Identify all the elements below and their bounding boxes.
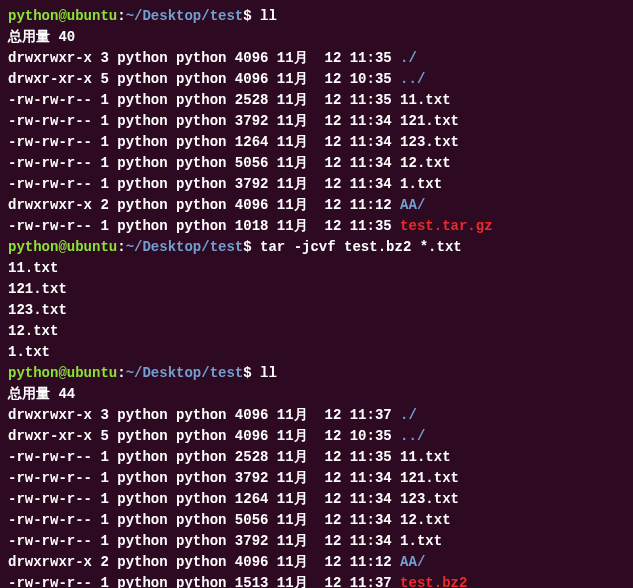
- file-size: 4096: [226, 71, 268, 87]
- file-owner: python: [109, 470, 168, 486]
- file-perms: drwxrwxr-x: [8, 407, 92, 423]
- file-time: 11:37: [341, 575, 391, 588]
- file-links: 3: [92, 407, 109, 423]
- file-month: 11月: [268, 50, 307, 66]
- file-links: 2: [92, 197, 109, 213]
- file-name: 11.txt: [392, 92, 451, 108]
- listing2-row: -rw-rw-r-- 1 python python 1264 11月 12 1…: [8, 489, 625, 510]
- file-links: 1: [92, 176, 109, 192]
- file-day: 12: [308, 449, 342, 465]
- file-time: 11:35: [341, 449, 391, 465]
- file-group: python: [168, 113, 227, 129]
- file-perms: -rw-rw-r--: [8, 533, 92, 549]
- file-group: python: [168, 50, 227, 66]
- file-size: 5056: [226, 512, 268, 528]
- file-owner: python: [109, 134, 168, 150]
- file-day: 12: [308, 218, 342, 234]
- file-owner: python: [109, 449, 168, 465]
- file-name: 121.txt: [392, 113, 459, 129]
- file-group: python: [168, 449, 227, 465]
- prompt-dollar: $: [243, 8, 251, 24]
- file-time: 11:34: [341, 155, 391, 171]
- file-owner: python: [109, 197, 168, 213]
- file-size: 5056: [226, 155, 268, 171]
- listing2-row: drwxrwxr-x 3 python python 4096 11月 12 1…: [8, 405, 625, 426]
- command-3: ll: [252, 365, 277, 381]
- command-2: tar -jcvf test.bz2 *.txt: [252, 239, 462, 255]
- file-size: 2528: [226, 449, 268, 465]
- file-group: python: [168, 512, 227, 528]
- file-month: 11月: [268, 176, 307, 192]
- listing2-row: -rw-rw-r-- 1 python python 5056 11月 12 1…: [8, 510, 625, 531]
- prompt-line-2: python@ubuntu:~/Desktop/test$ tar -jcvf …: [8, 237, 625, 258]
- file-links: 5: [92, 71, 109, 87]
- listing2-row: drwxrwxr-x 2 python python 4096 11月 12 1…: [8, 552, 625, 573]
- file-size: 4096: [226, 50, 268, 66]
- file-size: 2528: [226, 92, 268, 108]
- file-perms: -rw-rw-r--: [8, 176, 92, 192]
- file-size: 1018: [226, 218, 268, 234]
- file-links: 1: [92, 512, 109, 528]
- file-perms: -rw-rw-r--: [8, 575, 92, 588]
- file-time: 11:34: [341, 491, 391, 507]
- prompt-userhost: python@ubuntu: [8, 8, 117, 24]
- listing2-row: drwxr-xr-x 5 python python 4096 11月 12 1…: [8, 426, 625, 447]
- listing1-row: drwxrwxr-x 2 python python 4096 11月 12 1…: [8, 195, 625, 216]
- tar-output-line: 123.txt: [8, 300, 625, 321]
- prompt-dollar: $: [243, 239, 251, 255]
- terminal-output[interactable]: python@ubuntu:~/Desktop/test$ ll总用量 40dr…: [8, 6, 625, 588]
- file-time: 11:12: [341, 197, 391, 213]
- file-time: 10:35: [341, 428, 391, 444]
- file-month: 11月: [268, 92, 307, 108]
- file-time: 11:34: [341, 533, 391, 549]
- file-time: 11:35: [341, 218, 391, 234]
- file-group: python: [168, 155, 227, 171]
- file-perms: drwxr-xr-x: [8, 71, 92, 87]
- listing1-total: 总用量 40: [8, 27, 625, 48]
- file-group: python: [168, 533, 227, 549]
- file-group: python: [168, 71, 227, 87]
- file-group: python: [168, 134, 227, 150]
- file-group: python: [168, 407, 227, 423]
- file-day: 12: [308, 554, 342, 570]
- listing2-row: -rw-rw-r-- 1 python python 3792 11月 12 1…: [8, 531, 625, 552]
- file-month: 11月: [268, 533, 307, 549]
- file-name: 123.txt: [392, 134, 459, 150]
- listing1-row: -rw-rw-r-- 1 python python 3792 11月 12 1…: [8, 111, 625, 132]
- file-name: AA/: [392, 197, 426, 213]
- file-month: 11月: [268, 407, 307, 423]
- file-perms: -rw-rw-r--: [8, 512, 92, 528]
- prompt-line-3: python@ubuntu:~/Desktop/test$ ll: [8, 363, 625, 384]
- file-perms: -rw-rw-r--: [8, 155, 92, 171]
- file-perms: -rw-rw-r--: [8, 491, 92, 507]
- listing1-row: drwxrwxr-x 3 python python 4096 11月 12 1…: [8, 48, 625, 69]
- prompt-colon: :: [117, 8, 125, 24]
- listing2-row: -rw-rw-r-- 1 python python 1513 11月 12 1…: [8, 573, 625, 588]
- file-perms: drwxrwxr-x: [8, 554, 92, 570]
- file-links: 1: [92, 470, 109, 486]
- file-owner: python: [109, 113, 168, 129]
- file-owner: python: [109, 575, 168, 588]
- file-name: test.tar.gz: [392, 218, 493, 234]
- file-month: 11月: [268, 113, 307, 129]
- file-size: 4096: [226, 197, 268, 213]
- file-group: python: [168, 92, 227, 108]
- file-perms: drwxr-xr-x: [8, 428, 92, 444]
- file-owner: python: [109, 554, 168, 570]
- file-group: python: [168, 197, 227, 213]
- file-size: 4096: [226, 407, 268, 423]
- file-day: 12: [308, 71, 342, 87]
- file-name: 12.txt: [392, 155, 451, 171]
- file-size: 1513: [226, 575, 268, 588]
- file-time: 11:34: [341, 134, 391, 150]
- listing2-row: -rw-rw-r-- 1 python python 2528 11月 12 1…: [8, 447, 625, 468]
- file-month: 11月: [268, 134, 307, 150]
- file-day: 12: [308, 533, 342, 549]
- file-day: 12: [308, 50, 342, 66]
- file-perms: -rw-rw-r--: [8, 92, 92, 108]
- tar-output-line: 1.txt: [8, 342, 625, 363]
- file-links: 1: [92, 155, 109, 171]
- file-time: 11:34: [341, 176, 391, 192]
- file-month: 11月: [268, 218, 307, 234]
- prompt-userhost: python@ubuntu: [8, 365, 117, 381]
